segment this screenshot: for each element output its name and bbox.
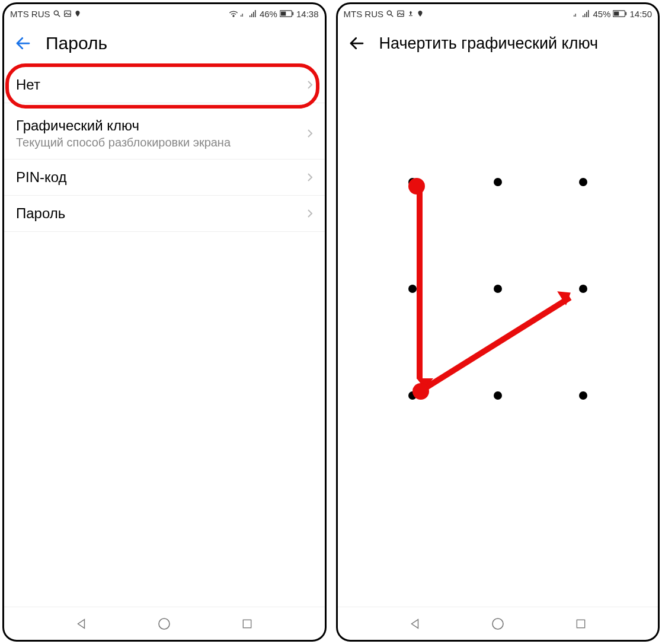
- nav-home-button[interactable]: [152, 612, 176, 636]
- pattern-arrow-2: [418, 295, 572, 394]
- pattern-grid[interactable]: [391, 182, 605, 396]
- search-icon: [53, 9, 61, 18]
- svg-point-3: [233, 15, 234, 17]
- battery-percent: 45%: [593, 9, 610, 19]
- pattern-dot[interactable]: [579, 285, 587, 293]
- svg-rect-11: [281, 12, 286, 16]
- back-button[interactable]: [346, 33, 367, 54]
- svg-rect-16: [244, 620, 251, 627]
- image-icon: [63, 9, 72, 18]
- option-label: PIN-код: [16, 169, 67, 186]
- svg-marker-31: [411, 619, 418, 628]
- signal-icon: [582, 10, 590, 17]
- pattern-dot[interactable]: [579, 391, 587, 400]
- clock-label: 14:50: [629, 9, 652, 19]
- location-icon: [74, 9, 81, 18]
- option-none[interactable]: Нет: [4, 63, 325, 103]
- svg-rect-25: [586, 12, 587, 17]
- svg-rect-5: [242, 14, 242, 17]
- wifi-icon: [229, 10, 238, 17]
- svg-line-18: [391, 15, 394, 17]
- phone-right: MTS RUS 45% 14:50: [336, 2, 660, 642]
- status-bar: MTS RUS 46% 14:38: [4, 4, 325, 23]
- battery-percent: 46%: [260, 9, 277, 19]
- carrier-label: MTS RUS: [344, 9, 384, 19]
- battery-icon: [613, 10, 627, 17]
- pattern-arrow-1: [417, 189, 423, 379]
- option-password[interactable]: Пароль: [4, 196, 325, 232]
- chevron-right-icon: [307, 129, 313, 138]
- svg-point-0: [54, 11, 58, 15]
- svg-rect-7: [251, 14, 252, 17]
- svg-line-1: [57, 15, 60, 17]
- svg-rect-4: [241, 15, 241, 17]
- svg-rect-26: [588, 10, 589, 17]
- chevron-right-icon: [307, 173, 313, 182]
- svg-rect-20: [409, 15, 412, 16]
- svg-rect-33: [577, 620, 584, 627]
- nav-home-button[interactable]: [486, 612, 510, 636]
- chevron-right-icon: [307, 80, 313, 90]
- upload-icon: [407, 9, 414, 18]
- option-label: Нет: [16, 76, 40, 93]
- pattern-dot[interactable]: [408, 285, 417, 293]
- signal-small-icon: [574, 10, 580, 17]
- battery-icon: [280, 10, 294, 17]
- app-header: Начертить графический ключ: [338, 23, 658, 63]
- svg-point-15: [159, 619, 170, 629]
- search-icon: [386, 9, 394, 18]
- signal-small-icon: [241, 10, 247, 17]
- svg-point-17: [387, 11, 391, 15]
- nav-bar: [4, 607, 325, 640]
- nav-recent-button[interactable]: [235, 612, 259, 636]
- image-icon: [396, 9, 405, 18]
- page-title: Начертить графический ключ: [379, 34, 599, 53]
- pattern-content: [338, 63, 658, 607]
- svg-rect-12: [292, 12, 293, 15]
- svg-rect-22: [575, 14, 576, 17]
- nav-back-button[interactable]: [69, 612, 93, 636]
- nav-bar: [338, 607, 658, 640]
- svg-rect-21: [574, 15, 574, 17]
- option-label: Пароль: [16, 205, 65, 222]
- pattern-dot[interactable]: [579, 178, 587, 186]
- svg-rect-23: [583, 15, 584, 17]
- svg-point-32: [492, 619, 503, 629]
- carrier-label: MTS RUS: [10, 9, 50, 19]
- nav-recent-button[interactable]: [569, 612, 593, 636]
- pattern-active-dot: [412, 383, 429, 400]
- svg-rect-6: [250, 15, 251, 17]
- location-icon: [417, 9, 424, 18]
- svg-rect-29: [626, 12, 627, 15]
- pattern-dot[interactable]: [494, 391, 502, 400]
- nav-back-button[interactable]: [403, 612, 427, 636]
- svg-marker-14: [78, 619, 85, 628]
- option-pattern[interactable]: Графический ключ Текущий способ разблоки…: [4, 103, 325, 160]
- phone-left: MTS RUS 46% 14:38: [2, 2, 327, 642]
- clock-label: 14:38: [296, 9, 319, 19]
- svg-rect-8: [253, 12, 254, 17]
- signal-icon: [249, 10, 257, 17]
- pattern-start-dot: [408, 178, 425, 195]
- svg-rect-28: [614, 12, 619, 16]
- pattern-dot[interactable]: [494, 285, 502, 293]
- svg-rect-9: [255, 10, 256, 17]
- back-button[interactable]: [12, 33, 34, 54]
- pattern-dot[interactable]: [494, 178, 502, 186]
- option-pin[interactable]: PIN-код: [4, 160, 325, 196]
- settings-list: Нет Графический ключ Текущий способ разб…: [4, 63, 325, 607]
- option-sublabel: Текущий способ разблокировки экрана: [16, 135, 231, 149]
- page-title: Пароль: [46, 33, 107, 53]
- status-bar: MTS RUS 45% 14:50: [338, 4, 658, 23]
- chevron-right-icon: [307, 209, 313, 218]
- svg-rect-24: [584, 14, 586, 17]
- option-label: Графический ключ: [16, 117, 231, 134]
- app-header: Пароль: [4, 23, 325, 63]
